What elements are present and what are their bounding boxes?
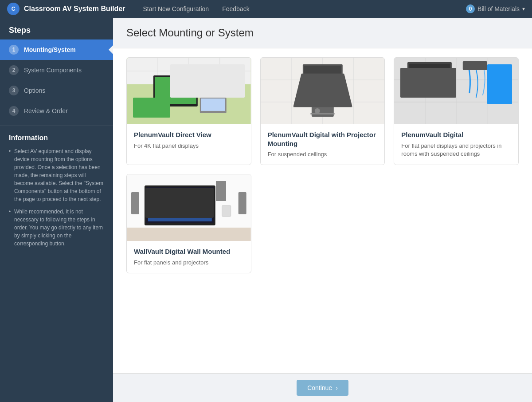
card-title-1: PlenumVault Direct View <box>134 130 244 139</box>
card-title-3: PlenumVault Digital <box>401 130 511 139</box>
content-area: Select Mounting or System <box>113 18 532 402</box>
card-body-2: PlenumVault Digital with Projector Mount… <box>261 124 385 165</box>
svg-rect-20 <box>304 66 341 90</box>
step-label-3: Options <box>24 87 45 94</box>
main-layout: Steps 1 Mounting/System 2 System Compone… <box>0 18 532 402</box>
card-title-2: PlenumVault Digital with Projector Mount… <box>268 130 378 148</box>
app-title: Classroom AV System Builder <box>24 5 125 13</box>
step-item-1[interactable]: 1 Mounting/System <box>0 39 113 60</box>
svg-rect-44 <box>239 192 246 214</box>
svg-rect-39 <box>153 192 189 201</box>
step-num-1: 1 <box>9 45 19 55</box>
card-desc-2: For suspended ceilings <box>268 150 378 158</box>
step-item-4[interactable]: 4 Review & Order <box>0 101 113 121</box>
step-label-2: System Components <box>24 67 82 74</box>
bill-of-materials-button[interactable]: 0 Bill of Materials ▾ <box>466 4 525 13</box>
svg-rect-7 <box>155 77 196 104</box>
continue-button[interactable]: Continue › <box>297 380 348 396</box>
card-body-3: PlenumVault Digital For flat panel displ… <box>394 124 518 164</box>
card-body-1: PlenumVault Direct View For 4K flat pane… <box>127 124 251 156</box>
new-config-link[interactable]: Start New Configuration <box>143 5 209 12</box>
info-text-1: Select AV equipment and display device m… <box>9 147 104 203</box>
card-image-2 <box>261 58 385 124</box>
svg-rect-40 <box>153 203 176 207</box>
cards-grid-row1: PlenumVault Direct View For 4K flat pane… <box>126 57 519 165</box>
svg-rect-43 <box>131 192 139 214</box>
option-card-1[interactable]: PlenumVault Direct View For 4K flat pane… <box>126 57 251 165</box>
page-header: Select Mounting or System <box>113 18 532 48</box>
svg-rect-41 <box>153 208 180 212</box>
step-item-2[interactable]: 2 System Components <box>0 60 113 80</box>
svg-rect-42 <box>222 205 231 217</box>
step-label-4: Review & Order <box>24 107 68 114</box>
info-text-2: While recommended, it is not necessary t… <box>9 208 104 248</box>
page-title: Select Mounting or System <box>126 27 519 39</box>
svg-rect-35 <box>127 228 251 241</box>
step-num-2: 2 <box>9 65 19 75</box>
svg-point-23 <box>315 108 320 114</box>
step-label-1: Mounting/System <box>24 46 76 53</box>
svg-rect-32 <box>463 61 487 70</box>
card-desc-1: For 4K flat panel displays <box>134 142 244 150</box>
cards-area: PlenumVault Direct View For 4K flat pane… <box>113 48 532 373</box>
card-body-4: WallVault Digital Wall Mounted For flat … <box>127 241 251 273</box>
step-item-3[interactable]: 3 Options <box>0 80 113 101</box>
sidebar: Steps 1 Mounting/System 2 System Compone… <box>0 18 113 402</box>
svg-point-10 <box>142 100 156 113</box>
feedback-link[interactable]: Feedback <box>222 5 249 12</box>
svg-point-11 <box>156 105 168 117</box>
steps-title: Steps <box>0 18 113 39</box>
app-header: C Classroom AV System Builder Start New … <box>0 0 532 18</box>
bom-chevron-icon: ▾ <box>522 6 525 12</box>
option-card-3[interactable]: PlenumVault Digital For flat panel displ… <box>394 57 519 165</box>
svg-rect-38 <box>148 189 212 221</box>
step-num-3: 3 <box>9 86 19 95</box>
cards-grid-row2: WallVault Digital Wall Mounted For flat … <box>126 174 519 273</box>
bom-label: Bill of Materials <box>477 5 520 12</box>
svg-rect-31 <box>409 64 450 91</box>
card-title-4: WallVault Digital Wall Mounted <box>134 247 244 256</box>
card-image-1 <box>127 58 251 124</box>
option-card-4[interactable]: WallVault Digital Wall Mounted For flat … <box>126 174 251 273</box>
card-desc-3: For flat panel displays and projectors i… <box>401 142 511 158</box>
continue-label: Continue <box>307 384 332 391</box>
footer: Continue › <box>113 373 532 402</box>
step-num-4: 4 <box>9 106 19 116</box>
app-logo: C <box>7 3 20 15</box>
svg-rect-9 <box>201 99 225 111</box>
option-card-2[interactable]: PlenumVault Digital with Projector Mount… <box>260 57 385 165</box>
info-section: Information Select AV equipment and disp… <box>0 126 113 260</box>
info-title: Information <box>9 134 104 142</box>
bom-count: 0 <box>466 4 475 13</box>
continue-chevron-icon: › <box>336 384 338 391</box>
card-desc-4: For flat panels and projectors <box>134 259 244 267</box>
card-image-3 <box>394 58 518 124</box>
card-image-4 <box>127 174 251 241</box>
